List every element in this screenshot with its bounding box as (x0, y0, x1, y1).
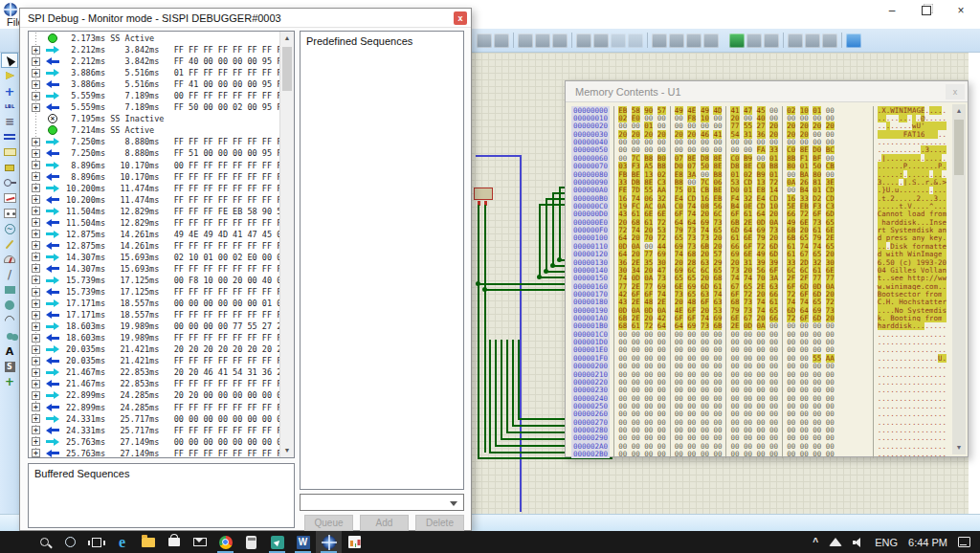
spi-transaction-row[interactable]: + 18.603ms 19.989ms 00 00 00 00 77 55 27… (29, 321, 278, 332)
tape-recorder-icon[interactable] (1, 206, 18, 221)
component-mode-icon[interactable] (1, 68, 18, 83)
spi-close-button[interactable]: x (454, 11, 467, 25)
spi-list-scrollbar[interactable]: ▲ ▼ (279, 32, 294, 457)
remove-sheet-icon[interactable] (805, 33, 820, 48)
spi-transaction-row[interactable]: 2.173ms SS Active (29, 33, 278, 44)
task-view-button[interactable] (83, 531, 109, 553)
expand-toggle-icon[interactable]: + (32, 368, 40, 377)
spi-transaction-row[interactable]: + 24.331ms 25.717ms FF FF FF FF FF FF FF… (29, 425, 278, 436)
scrollbar-thumb[interactable] (954, 120, 964, 175)
action-center-icon[interactable] (958, 537, 970, 547)
spi-transaction-list[interactable]: 2.173ms SS Active+ 2.212ms 3.842ms FF FF… (28, 31, 295, 458)
spi-transaction-row[interactable]: + 12.875ms 14.261ms 49 4E 49 4D 41 47 45… (29, 229, 278, 240)
start-button[interactable] (6, 531, 32, 553)
expand-toggle-icon[interactable]: + (32, 345, 40, 354)
restore-button[interactable] (913, 2, 940, 19)
spi-transaction-row[interactable]: + 3.886ms 5.516ms 01 FF FF FF FF FF FF F… (29, 67, 278, 78)
box-2d-icon[interactable] (1, 282, 18, 298)
expand-toggle-icon[interactable]: + (32, 172, 40, 181)
expand-toggle-icon[interactable]: + (32, 264, 40, 273)
queue-button[interactable]: Queue (304, 515, 353, 531)
memory-scrollbar[interactable]: ▲ ▼ (952, 104, 966, 454)
edit-tools-icon[interactable] (686, 33, 702, 48)
device-pin-icon[interactable] (1, 175, 18, 190)
spi-transaction-row[interactable]: 7.214ms SS Active (29, 124, 278, 136)
cut-icon[interactable] (518, 33, 533, 48)
chrome-icon[interactable] (212, 531, 238, 553)
property-assignment-icon[interactable] (764, 33, 779, 48)
expand-toggle-icon[interactable]: + (32, 311, 40, 320)
expand-toggle-icon[interactable]: + (32, 57, 40, 66)
block-move-icon[interactable] (593, 33, 609, 48)
arc-2d-icon[interactable] (1, 313, 18, 328)
memory-contents-window[interactable]: Memory Contents - U1 x 00000000EB 58 90 … (565, 80, 969, 457)
expand-toggle-icon[interactable]: + (32, 414, 40, 423)
proteus-icon[interactable] (316, 531, 342, 553)
spi-transaction-row[interactable]: × 7.195ms SS Inactive (29, 113, 278, 124)
copy-icon[interactable] (535, 33, 550, 48)
scroll-down-icon[interactable]: ▼ (952, 441, 966, 454)
selection-mode-icon[interactable] (1, 53, 18, 68)
spi-transaction-row[interactable]: + 24.331ms 25.717ms 00 00 00 00 00 00 00… (29, 413, 278, 425)
zoom-find-icon[interactable] (652, 33, 667, 48)
expand-toggle-icon[interactable]: + (32, 403, 40, 411)
clock[interactable]: 6:44 PM (908, 537, 947, 548)
store-icon[interactable] (161, 531, 187, 553)
spi-transaction-row[interactable]: + 20.035ms 21.421ms 20 20 20 20 20 20 20… (29, 343, 278, 355)
scroll-up-icon[interactable]: ▲ (280, 32, 294, 45)
expand-toggle-icon[interactable]: + (32, 103, 40, 112)
spi-transaction-row[interactable]: + 5.559ms 7.189ms FF 50 00 00 02 00 95 F… (29, 101, 278, 113)
generator-icon[interactable] (1, 221, 18, 236)
spi-transaction-row[interactable]: + 17.171ms 18.557ms FF FF FF FF FF FF FF… (29, 309, 278, 321)
wifi-icon[interactable] (829, 538, 842, 546)
graph-mode-icon[interactable] (1, 190, 18, 206)
expand-toggle-icon[interactable]: + (32, 161, 40, 169)
spi-transaction-row[interactable]: + 21.467ms 22.853ms FF FF FF FF FF FF FF… (29, 378, 278, 389)
spi-transaction-row[interactable]: + 18.603ms 19.989ms FF FF FF FF FF FF FF… (29, 332, 278, 343)
paste-icon[interactable] (552, 33, 568, 48)
spi-transaction-row[interactable]: + 8.896ms 10.170ms 00 FF FF FF FF FF FF … (29, 160, 278, 171)
volume-icon[interactable] (853, 538, 864, 547)
app-teal-icon[interactable] (264, 531, 290, 553)
block-copy-icon[interactable] (576, 33, 591, 48)
expand-toggle-icon[interactable]: + (32, 92, 40, 100)
scroll-up-icon[interactable]: ▲ (952, 104, 966, 118)
spi-transaction-row[interactable]: + 17.171ms 18.557ms 00 00 00 00 00 00 01… (29, 298, 278, 309)
search-binoculars-icon[interactable] (746, 33, 762, 48)
goto-sheet-icon[interactable] (822, 33, 837, 48)
expand-toggle-icon[interactable]: + (32, 241, 40, 250)
spi-transaction-row[interactable]: + 11.504ms 12.829ms FF FF FF FF FF FF FF… (29, 217, 278, 229)
spi-transaction-row[interactable]: + 21.467ms 22.853ms 20 20 46 41 54 31 36… (29, 366, 278, 378)
calculator-icon[interactable] (238, 531, 264, 553)
buffered-sequences-panel[interactable]: Buffered Sequences (28, 463, 295, 528)
expand-toggle-icon[interactable]: + (32, 299, 40, 308)
expand-toggle-icon[interactable]: + (32, 253, 40, 261)
expand-toggle-icon[interactable]: + (32, 138, 40, 146)
spi-transaction-row[interactable]: + 10.200ms 11.474ms FF FF FF FF FF FF FF… (29, 183, 278, 194)
spi-transaction-row[interactable]: + 3.886ms 5.516ms FF 41 00 00 00 00 95 F… (29, 78, 278, 90)
search-button[interactable] (32, 531, 57, 553)
delete-button[interactable]: Delete (415, 515, 464, 531)
spi-transaction-row[interactable]: + 5.559ms 7.189ms 00 FF FF FF FF FF FF F… (29, 90, 278, 101)
expand-toggle-icon[interactable]: + (32, 334, 40, 343)
block-delete-icon[interactable] (628, 33, 643, 48)
minimize-button[interactable]: – (879, 2, 905, 19)
expand-toggle-icon[interactable]: + (32, 80, 40, 89)
spi-transaction-row[interactable]: + 7.250ms 8.880ms FF FF FF FF FF FF FF F… (29, 136, 278, 147)
expand-toggle-icon[interactable]: + (32, 288, 40, 297)
spi-transaction-row[interactable]: + 25.763ms 27.149ms FF FF FF FF FF FF FF… (29, 448, 278, 458)
expand-toggle-icon[interactable]: + (32, 195, 40, 204)
memory-window-titlebar[interactable]: Memory Contents - U1 x (566, 81, 968, 102)
predefined-sequences-panel[interactable]: Predefined Sequences (300, 31, 464, 490)
new-sheet-icon[interactable] (788, 33, 803, 48)
current-probe-icon[interactable] (1, 252, 18, 267)
redo-icon[interactable] (494, 33, 509, 48)
spi-transaction-row[interactable]: + 25.763ms 27.149ms 00 00 00 00 00 00 00… (29, 436, 278, 448)
expand-toggle-icon[interactable]: + (32, 149, 40, 158)
expand-toggle-icon[interactable]: + (32, 357, 40, 365)
block-rotate-icon[interactable] (611, 33, 626, 48)
scrollbar-thumb[interactable] (282, 47, 292, 91)
expand-toggle-icon[interactable]: + (32, 426, 40, 434)
add-button[interactable]: Add (360, 515, 409, 531)
word-icon[interactable]: W (290, 531, 316, 553)
